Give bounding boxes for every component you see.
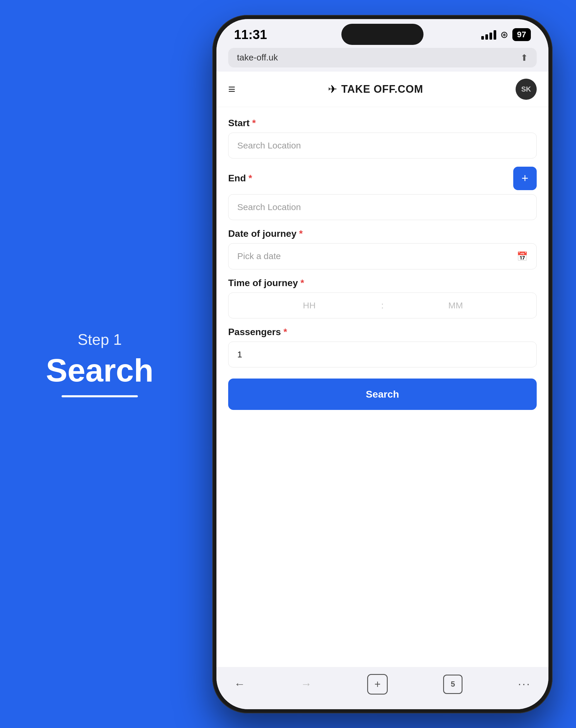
step-underline	[62, 395, 138, 397]
end-label: End *	[228, 173, 252, 184]
brand-logo: ✈ TAKE OFF.COM	[328, 83, 423, 96]
calendar-icon: 📅	[517, 251, 528, 261]
new-tab-button[interactable]: +	[367, 674, 388, 695]
phone-screen: 11:31 ⊛ 97 take-off.uk ⬆	[217, 19, 548, 709]
app-header: ≡ ✈ TAKE OFF.COM SK	[217, 72, 548, 107]
date-placeholder: Pick a date	[237, 251, 281, 261]
phone-frame-wrapper: 11:31 ⊛ 97 take-off.uk ⬆	[212, 15, 552, 713]
passengers-field-group: Passengers * 1	[228, 327, 537, 367]
url-text: take-off.uk	[237, 53, 278, 62]
end-location-placeholder: Search Location	[237, 202, 301, 212]
forward-button[interactable]: →	[300, 678, 312, 691]
passengers-input[interactable]: 1	[228, 341, 537, 367]
brand-name: TAKE OFF.COM	[341, 83, 423, 95]
phone-frame: 11:31 ⊛ 97 take-off.uk ⬆	[212, 15, 552, 713]
status-time: 11:31	[234, 27, 267, 42]
browser-bottom-nav: ← → + 5 ···	[217, 667, 548, 709]
wifi-icon: ⊛	[500, 29, 508, 40]
end-location-input[interactable]: Search Location	[228, 194, 537, 220]
hamburger-menu-icon[interactable]: ≡	[228, 83, 235, 95]
time-field-group: Time of journey * HH : MM	[228, 278, 537, 318]
avatar[interactable]: SK	[516, 79, 537, 100]
url-bar[interactable]: take-off.uk ⬆	[228, 48, 537, 67]
time-minutes: MM	[384, 301, 528, 310]
form-content: Start * Search Location End *	[217, 107, 548, 667]
start-location-input[interactable]: Search Location	[228, 133, 537, 159]
step-title: Search	[46, 354, 154, 387]
passengers-label: Passengers *	[228, 327, 537, 337]
back-button[interactable]: ←	[234, 678, 245, 691]
date-input[interactable]: Pick a date 📅	[228, 243, 537, 269]
share-icon[interactable]: ⬆	[521, 53, 528, 63]
time-input[interactable]: HH : MM	[228, 292, 537, 318]
time-hours: HH	[237, 301, 381, 310]
status-icons: ⊛ 97	[481, 28, 531, 41]
time-colon: :	[381, 301, 384, 310]
tabs-button[interactable]: 5	[443, 675, 462, 694]
date-field-group: Date of journey * Pick a date 📅	[228, 228, 537, 269]
browser-bar: take-off.uk ⬆	[217, 45, 548, 72]
plane-icon: ✈	[328, 83, 337, 96]
add-stop-button[interactable]: +	[513, 167, 537, 190]
start-field-group: Start * Search Location	[228, 118, 537, 159]
dynamic-island	[341, 24, 424, 45]
battery-badge: 97	[512, 28, 531, 41]
time-label: Time of journey *	[228, 278, 537, 288]
web-content: ≡ ✈ TAKE OFF.COM SK Start *	[217, 72, 548, 667]
step-label: Step 1	[78, 331, 122, 348]
left-panel: Step 1 Search	[0, 0, 199, 728]
date-label: Date of journey *	[228, 228, 537, 239]
passengers-value: 1	[237, 349, 242, 360]
end-field-group: End * + Search Location	[228, 167, 537, 220]
start-label: Start *	[228, 118, 537, 129]
signal-bars-icon	[481, 30, 496, 39]
start-location-placeholder: Search Location	[237, 141, 301, 150]
search-button[interactable]: Search	[228, 379, 537, 410]
more-button[interactable]: ···	[518, 678, 531, 691]
